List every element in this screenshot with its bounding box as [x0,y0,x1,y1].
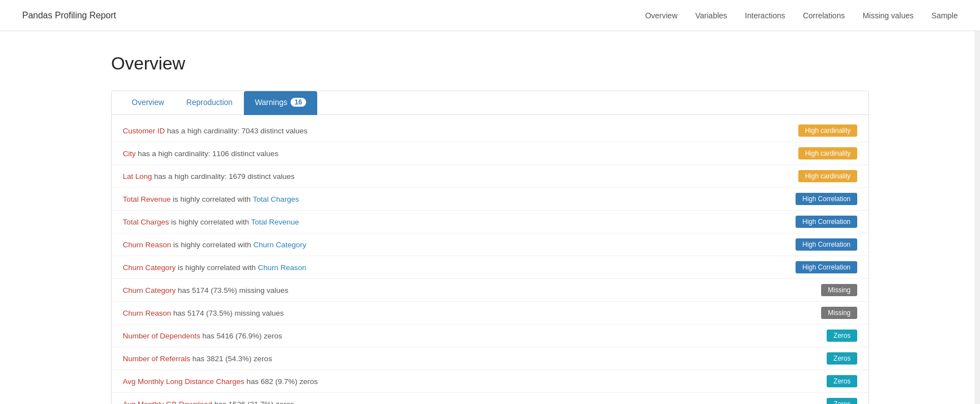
warning-field-link[interactable]: Total Revenue [123,195,171,203]
warning-text: Number of Dependents has 5416 (76.9%) ze… [123,332,827,340]
nav-item-interactions[interactable]: Interactions [745,11,785,20]
navbar: Pandas Profiling Report OverviewVariable… [0,0,980,31]
nav-item-missing-values[interactable]: Missing values [863,11,914,20]
warning-text: Customer ID has a high cardinality: 7043… [123,127,798,135]
tab-warnings[interactable]: Warnings16 [244,91,317,115]
tabs-container: OverviewReproductionWarnings16 [112,91,868,115]
scrollbar-track[interactable] [974,0,980,404]
warning-field2-link[interactable]: Churn Reason [258,263,306,272]
warning-field-link[interactable]: Customer ID [123,127,165,135]
warning-badge: Missing [821,307,857,319]
warning-field2-link[interactable]: Total Charges [253,195,299,203]
tab-badge: 16 [291,98,306,107]
warning-row: Lat Long has a high cardinality: 1679 di… [112,165,868,188]
warning-field-link[interactable]: Lat Long [123,172,152,181]
warning-badge: High cardinality [798,124,857,137]
warning-row: Churn Reason has 5174 (73.5%) missing va… [112,302,868,325]
nav-item-overview[interactable]: Overview [645,11,677,20]
warning-row: Total Charges is highly correlated with … [112,211,868,233]
tab-label: Reproduction [186,98,232,107]
warning-row: Avg Monthly GB Download has 1526 (21.7%)… [112,393,868,404]
warning-row: Number of Dependents has 5416 (76.9%) ze… [112,325,868,347]
warning-text: Churn Reason has 5174 (73.5%) missing va… [123,309,821,317]
warning-text: Number of Referrals has 3821 (54.3%) zer… [123,355,827,363]
warning-badge: Zeros [827,398,857,404]
warning-field-link[interactable]: Avg Monthly Long Distance Charges [123,377,244,386]
warning-row: Avg Monthly Long Distance Charges has 68… [112,370,868,393]
warning-badge: Zeros [827,375,857,387]
warning-text: Churn Category is highly correlated with… [123,263,796,272]
warning-badge: Zeros [827,352,857,365]
warning-field2-link[interactable]: Churn Category [253,241,306,249]
overview-card: OverviewReproductionWarnings16 Customer … [111,91,869,404]
warning-badge: High cardinality [798,170,857,182]
tab-label: Overview [132,98,164,107]
warning-field-link[interactable]: Avg Monthly GB Download [123,400,212,405]
warning-field-link[interactable]: Total Charges [123,218,169,226]
warning-row: Customer ID has a high cardinality: 7043… [112,119,868,142]
page-title: Overview [111,53,869,74]
warning-text: Lat Long has a high cardinality: 1679 di… [123,172,798,181]
warning-field-link[interactable]: Churn Category [123,263,176,272]
warning-field-link[interactable]: Churn Reason [123,241,171,249]
navbar-brand: Pandas Profiling Report [22,11,116,21]
warning-text: Churn Reason is highly correlated with C… [123,241,796,249]
nav-menu: OverviewVariablesInteractionsCorrelation… [645,11,958,20]
warning-text: Avg Monthly GB Download has 1526 (21.7%)… [123,400,827,405]
warning-text: Total Revenue is highly correlated with … [123,195,796,203]
tab-overview[interactable]: Overview [121,91,175,115]
warning-text: Avg Monthly Long Distance Charges has 68… [123,377,827,386]
warning-badge: High Correlation [796,238,857,251]
warning-row: City has a high cardinality: 1106 distin… [112,142,868,165]
warning-badge: Missing [821,284,857,296]
warning-badge: High Correlation [796,261,857,273]
tab-reproduction[interactable]: Reproduction [175,91,243,115]
warning-text: City has a high cardinality: 1106 distin… [123,149,798,158]
warning-field-link[interactable]: Number of Referrals [123,355,191,363]
warning-field-link[interactable]: Churn Category [123,286,176,295]
nav-item-correlations[interactable]: Correlations [803,11,844,20]
warning-text: Total Charges is highly correlated with … [123,218,796,226]
nav-item-variables[interactable]: Variables [696,11,727,20]
warning-field2-link[interactable]: Total Revenue [251,218,299,226]
main-content: Overview OverviewReproductionWarnings16 … [0,31,980,404]
warning-row: Churn Category has 5174 (73.5%) missing … [112,279,868,302]
tab-label: Warnings [255,98,288,107]
warning-field-link[interactable]: Number of Dependents [123,332,201,340]
warning-row: Total Revenue is highly correlated with … [112,188,868,211]
warning-row: Number of Referrals has 3821 (54.3%) zer… [112,347,868,370]
warning-row: Churn Category is highly correlated with… [112,256,868,279]
warnings-list: Customer ID has a high cardinality: 7043… [112,115,868,404]
warning-field-link[interactable]: Churn Reason [123,309,171,317]
warning-badge: High Correlation [796,216,857,228]
warning-badge: High Correlation [796,193,857,205]
warning-badge: Zeros [827,330,857,342]
warning-field-link[interactable]: City [123,149,136,158]
warning-text: Churn Category has 5174 (73.5%) missing … [123,286,821,295]
nav-item-sample[interactable]: Sample [932,11,958,20]
warning-row: Churn Reason is highly correlated with C… [112,233,868,256]
warning-badge: High cardinality [798,147,857,159]
